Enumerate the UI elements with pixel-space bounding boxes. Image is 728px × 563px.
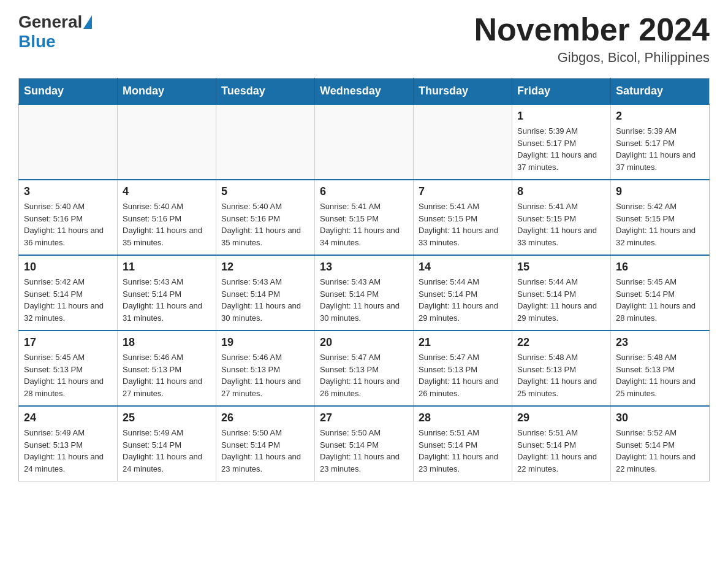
day-number: 11	[123, 261, 211, 274]
calendar-cell: 17Sunrise: 5:45 AMSunset: 5:13 PMDayligh…	[19, 331, 118, 406]
day-number: 15	[517, 261, 605, 274]
month-year-title: November 2024	[474, 12, 710, 47]
day-info: Sunrise: 5:40 AMSunset: 5:16 PMDaylight:…	[24, 201, 112, 248]
calendar-cell	[414, 104, 512, 180]
day-info: Sunrise: 5:41 AMSunset: 5:15 PMDaylight:…	[419, 201, 507, 248]
day-info: Sunrise: 5:49 AMSunset: 5:14 PMDaylight:…	[123, 427, 211, 475]
day-info: Sunrise: 5:43 AMSunset: 5:14 PMDaylight:…	[320, 276, 408, 324]
weekday-header-saturday: Saturday	[611, 79, 710, 105]
day-number: 8	[517, 185, 605, 198]
calendar-cell: 12Sunrise: 5:43 AMSunset: 5:14 PMDayligh…	[216, 255, 315, 331]
calendar-week-row: 10Sunrise: 5:42 AMSunset: 5:14 PMDayligh…	[19, 255, 710, 331]
calendar-cell: 20Sunrise: 5:47 AMSunset: 5:13 PMDayligh…	[315, 331, 414, 406]
day-info: Sunrise: 5:48 AMSunset: 5:13 PMDaylight:…	[616, 351, 704, 399]
calendar-cell: 10Sunrise: 5:42 AMSunset: 5:14 PMDayligh…	[19, 255, 118, 331]
day-info: Sunrise: 5:45 AMSunset: 5:14 PMDaylight:…	[616, 276, 704, 324]
weekday-header-thursday: Thursday	[414, 79, 512, 105]
day-number: 29	[517, 412, 605, 424]
calendar-cell: 6Sunrise: 5:41 AMSunset: 5:15 PMDaylight…	[315, 180, 414, 255]
day-info: Sunrise: 5:39 AMSunset: 5:17 PMDaylight:…	[517, 125, 605, 173]
day-number: 28	[419, 412, 507, 424]
title-area: November 2024 Gibgos, Bicol, Philippines	[474, 12, 710, 66]
location-subtitle: Gibgos, Bicol, Philippines	[474, 50, 710, 66]
day-number: 7	[419, 185, 507, 198]
day-info: Sunrise: 5:47 AMSunset: 5:13 PMDaylight:…	[320, 351, 408, 399]
calendar-week-row: 3Sunrise: 5:40 AMSunset: 5:16 PMDaylight…	[19, 180, 710, 255]
day-info: Sunrise: 5:43 AMSunset: 5:14 PMDaylight:…	[221, 276, 309, 324]
day-info: Sunrise: 5:44 AMSunset: 5:14 PMDaylight:…	[517, 276, 605, 324]
calendar-cell: 16Sunrise: 5:45 AMSunset: 5:14 PMDayligh…	[611, 255, 710, 331]
day-info: Sunrise: 5:52 AMSunset: 5:14 PMDaylight:…	[616, 427, 704, 475]
calendar-cell: 15Sunrise: 5:44 AMSunset: 5:14 PMDayligh…	[512, 255, 611, 331]
page-header: General Blue November 2024 Gibgos, Bicol…	[18, 12, 710, 66]
day-info: Sunrise: 5:51 AMSunset: 5:14 PMDaylight:…	[419, 427, 507, 475]
calendar-cell: 30Sunrise: 5:52 AMSunset: 5:14 PMDayligh…	[611, 406, 710, 481]
day-info: Sunrise: 5:45 AMSunset: 5:13 PMDaylight:…	[24, 351, 112, 399]
day-info: Sunrise: 5:46 AMSunset: 5:13 PMDaylight:…	[221, 351, 309, 399]
day-number: 22	[517, 336, 605, 349]
day-number: 26	[221, 412, 309, 424]
day-info: Sunrise: 5:50 AMSunset: 5:14 PMDaylight:…	[221, 427, 309, 475]
calendar-cell: 3Sunrise: 5:40 AMSunset: 5:16 PMDaylight…	[19, 180, 118, 255]
logo: General Blue	[18, 12, 93, 52]
day-info: Sunrise: 5:47 AMSunset: 5:13 PMDaylight:…	[419, 351, 507, 399]
calendar-table: SundayMondayTuesdayWednesdayThursdayFrid…	[18, 78, 710, 481]
calendar-week-row: 24Sunrise: 5:49 AMSunset: 5:13 PMDayligh…	[19, 406, 710, 481]
day-number: 17	[24, 336, 112, 349]
day-info: Sunrise: 5:41 AMSunset: 5:15 PMDaylight:…	[320, 201, 408, 248]
calendar-cell: 7Sunrise: 5:41 AMSunset: 5:15 PMDaylight…	[414, 180, 512, 255]
logo-general-text: General	[18, 12, 82, 32]
day-number: 21	[419, 336, 507, 349]
day-number: 6	[320, 185, 408, 198]
calendar-cell: 1Sunrise: 5:39 AMSunset: 5:17 PMDaylight…	[512, 104, 611, 180]
weekday-header-tuesday: Tuesday	[216, 79, 315, 105]
calendar-cell: 5Sunrise: 5:40 AMSunset: 5:16 PMDaylight…	[216, 180, 315, 255]
calendar-cell: 27Sunrise: 5:50 AMSunset: 5:14 PMDayligh…	[315, 406, 414, 481]
calendar-cell	[216, 104, 315, 180]
weekday-header-friday: Friday	[512, 79, 611, 105]
day-number: 10	[24, 261, 112, 274]
calendar-cell: 4Sunrise: 5:40 AMSunset: 5:16 PMDaylight…	[118, 180, 216, 255]
calendar-header-row: SundayMondayTuesdayWednesdayThursdayFrid…	[19, 79, 710, 105]
calendar-week-row: 1Sunrise: 5:39 AMSunset: 5:17 PMDaylight…	[19, 104, 710, 180]
day-info: Sunrise: 5:42 AMSunset: 5:15 PMDaylight:…	[616, 201, 704, 248]
day-number: 16	[616, 261, 704, 274]
day-info: Sunrise: 5:48 AMSunset: 5:13 PMDaylight:…	[517, 351, 605, 399]
calendar-cell	[19, 104, 118, 180]
day-number: 18	[123, 336, 211, 349]
calendar-cell	[118, 104, 216, 180]
day-info: Sunrise: 5:39 AMSunset: 5:17 PMDaylight:…	[616, 125, 704, 173]
day-number: 3	[24, 185, 112, 198]
calendar-cell: 26Sunrise: 5:50 AMSunset: 5:14 PMDayligh…	[216, 406, 315, 481]
weekday-header-wednesday: Wednesday	[315, 79, 414, 105]
day-info: Sunrise: 5:40 AMSunset: 5:16 PMDaylight:…	[221, 201, 309, 248]
calendar-cell: 24Sunrise: 5:49 AMSunset: 5:13 PMDayligh…	[19, 406, 118, 481]
day-number: 12	[221, 261, 309, 274]
calendar-cell: 19Sunrise: 5:46 AMSunset: 5:13 PMDayligh…	[216, 331, 315, 406]
calendar-cell: 2Sunrise: 5:39 AMSunset: 5:17 PMDaylight…	[611, 104, 710, 180]
day-info: Sunrise: 5:41 AMSunset: 5:15 PMDaylight:…	[517, 201, 605, 248]
calendar-cell: 8Sunrise: 5:41 AMSunset: 5:15 PMDaylight…	[512, 180, 611, 255]
weekday-header-monday: Monday	[118, 79, 216, 105]
calendar-cell: 22Sunrise: 5:48 AMSunset: 5:13 PMDayligh…	[512, 331, 611, 406]
day-number: 13	[320, 261, 408, 274]
calendar-week-row: 17Sunrise: 5:45 AMSunset: 5:13 PMDayligh…	[19, 331, 710, 406]
calendar-cell	[315, 104, 414, 180]
day-number: 30	[616, 412, 704, 424]
day-info: Sunrise: 5:40 AMSunset: 5:16 PMDaylight:…	[123, 201, 211, 248]
day-number: 19	[221, 336, 309, 349]
day-number: 24	[24, 412, 112, 424]
day-info: Sunrise: 5:49 AMSunset: 5:13 PMDaylight:…	[24, 427, 112, 475]
logo-blue-text: Blue	[18, 32, 56, 51]
calendar-cell: 29Sunrise: 5:51 AMSunset: 5:14 PMDayligh…	[512, 406, 611, 481]
day-info: Sunrise: 5:44 AMSunset: 5:14 PMDaylight:…	[419, 276, 507, 324]
day-info: Sunrise: 5:51 AMSunset: 5:14 PMDaylight:…	[517, 427, 605, 475]
calendar-cell: 9Sunrise: 5:42 AMSunset: 5:15 PMDaylight…	[611, 180, 710, 255]
calendar-cell: 25Sunrise: 5:49 AMSunset: 5:14 PMDayligh…	[118, 406, 216, 481]
day-number: 20	[320, 336, 408, 349]
day-number: 9	[616, 185, 704, 198]
day-number: 2	[616, 110, 704, 123]
logo-triangle-icon	[83, 15, 92, 29]
day-info: Sunrise: 5:43 AMSunset: 5:14 PMDaylight:…	[123, 276, 211, 324]
day-info: Sunrise: 5:46 AMSunset: 5:13 PMDaylight:…	[123, 351, 211, 399]
